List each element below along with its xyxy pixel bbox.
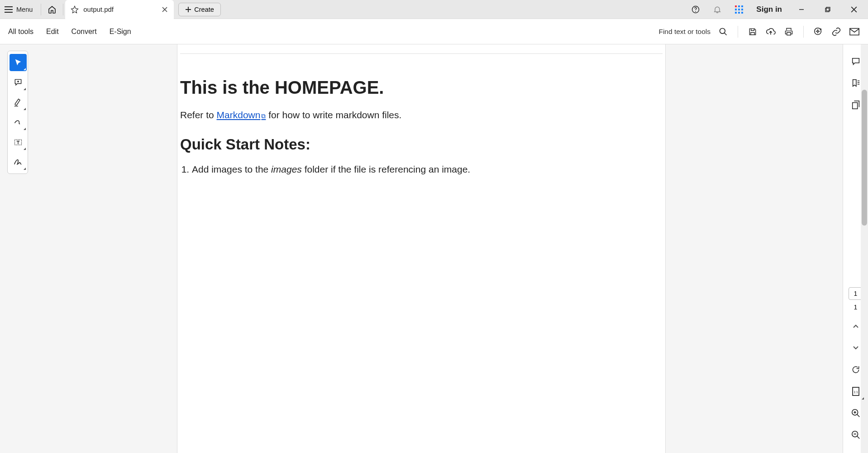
external-link-icon: ⧉ xyxy=(261,112,266,120)
menu-button[interactable]: Menu xyxy=(0,0,39,19)
page-fit-icon: 1:1 xyxy=(852,386,860,396)
document-tab[interactable]: output.pdf xyxy=(65,0,174,19)
doc-heading-2: Quick Start Notes: xyxy=(180,136,665,153)
freehand-icon xyxy=(14,118,23,127)
svg-text:1:1: 1:1 xyxy=(854,390,858,394)
tab-close-button[interactable] xyxy=(160,5,169,14)
window-minimize[interactable] xyxy=(790,0,813,19)
bookmark-list-icon xyxy=(851,78,861,88)
home-icon xyxy=(48,5,57,14)
doc-paragraph: Refer to Markdown⧉ for how to write mark… xyxy=(180,110,665,120)
markdown-link[interactable]: Markdown⧉ xyxy=(217,110,266,120)
svg-rect-10 xyxy=(741,12,743,14)
apps-button[interactable] xyxy=(730,0,748,19)
toolbar-convert[interactable]: Convert xyxy=(72,28,97,36)
highlight-tool[interactable] xyxy=(10,94,27,111)
apps-grid-icon xyxy=(734,5,744,14)
chevron-down-icon xyxy=(853,346,859,350)
plus-icon xyxy=(185,6,191,13)
toolbar-esign[interactable]: E-Sign xyxy=(110,28,131,36)
print-icon xyxy=(784,27,793,36)
chevron-up-icon xyxy=(853,324,859,328)
document-viewport[interactable]: This is the HOMEPAGE. Refer to Markdown⧉… xyxy=(0,44,843,453)
cloud-upload-icon xyxy=(766,27,776,36)
divider xyxy=(41,4,41,15)
list-item: Add images to the images folder if the f… xyxy=(192,164,665,175)
svg-rect-17 xyxy=(852,103,857,109)
cloud-upload-button[interactable] xyxy=(765,26,776,37)
speech-bubble-icon xyxy=(851,57,861,67)
signin-button[interactable]: Sign in xyxy=(752,0,787,19)
svg-rect-6 xyxy=(738,9,740,10)
quick-tools-palette xyxy=(7,51,28,174)
toolbar-all-tools[interactable]: All tools xyxy=(8,28,33,36)
ai-assistant-button[interactable] xyxy=(813,26,824,37)
find-label: Find text or tools xyxy=(658,28,711,36)
cursor-icon xyxy=(14,58,22,67)
page-top-rule xyxy=(180,53,663,54)
page-display-button[interactable]: 1:1 xyxy=(847,382,865,400)
save-icon xyxy=(748,27,757,36)
print-button[interactable] xyxy=(783,26,794,37)
close-icon xyxy=(851,6,857,13)
svg-point-1 xyxy=(695,11,696,12)
separator xyxy=(803,26,804,38)
tab-title: output.pdf xyxy=(83,5,157,13)
comment-plus-icon xyxy=(14,78,23,87)
create-button[interactable]: Create xyxy=(178,3,221,16)
notifications-button[interactable] xyxy=(708,0,726,19)
add-text-box-tool[interactable] xyxy=(10,134,27,151)
bell-icon xyxy=(713,5,722,14)
hamburger-icon xyxy=(5,6,13,13)
main-area: This is the HOMEPAGE. Refer to Markdown⧉… xyxy=(0,44,868,453)
add-comment-tool[interactable] xyxy=(10,74,27,91)
doc-ordered-list: Add images to the images folder if the f… xyxy=(180,164,665,175)
svg-rect-11 xyxy=(825,8,829,12)
minimize-icon xyxy=(799,7,804,12)
help-icon xyxy=(691,5,700,14)
toolbar-edit[interactable]: Edit xyxy=(46,28,59,36)
link-icon xyxy=(831,27,841,37)
search-icon xyxy=(719,27,728,36)
create-label: Create xyxy=(194,6,214,13)
link-button[interactable] xyxy=(831,26,842,37)
pdf-page: This is the HOMEPAGE. Refer to Markdown⧉… xyxy=(177,44,666,453)
svg-rect-3 xyxy=(738,5,740,7)
svg-rect-2 xyxy=(735,5,737,7)
doc-heading-1: This is the HOMEPAGE. xyxy=(180,77,665,98)
signature-icon xyxy=(13,158,23,167)
home-button[interactable] xyxy=(43,0,61,19)
star-icon[interactable] xyxy=(71,5,79,14)
svg-point-13 xyxy=(720,28,725,34)
pages-icon xyxy=(851,100,860,110)
sign-tool[interactable] xyxy=(10,154,27,171)
selection-tool[interactable] xyxy=(10,54,27,71)
share-email-button[interactable] xyxy=(849,26,860,37)
text-box-icon xyxy=(14,138,23,147)
maximize-icon xyxy=(825,7,830,12)
svg-rect-9 xyxy=(738,12,740,14)
window-close[interactable] xyxy=(843,0,865,19)
sparkle-plus-icon xyxy=(813,27,823,37)
zoom-out-icon xyxy=(851,430,861,440)
find-button[interactable] xyxy=(718,26,729,37)
highlighter-icon xyxy=(14,98,23,107)
divider xyxy=(63,4,63,15)
draw-freehand-tool[interactable] xyxy=(10,114,27,131)
save-button[interactable] xyxy=(747,26,758,37)
help-button[interactable] xyxy=(687,0,705,19)
rotate-icon xyxy=(851,365,860,374)
close-icon xyxy=(162,7,167,12)
zoom-in-icon xyxy=(851,408,861,418)
svg-rect-4 xyxy=(741,5,743,7)
email-icon xyxy=(849,28,859,36)
svg-rect-7 xyxy=(741,9,743,10)
toolbar: All tools Edit Convert E-Sign Find text … xyxy=(0,19,868,44)
window-maximize[interactable] xyxy=(816,0,839,19)
separator xyxy=(738,26,738,38)
menu-label: Menu xyxy=(16,6,33,13)
svg-rect-5 xyxy=(735,9,737,10)
svg-rect-12 xyxy=(826,7,830,11)
titlebar: Menu output.pdf Create xyxy=(0,0,868,19)
page-total: 1 xyxy=(854,304,858,311)
